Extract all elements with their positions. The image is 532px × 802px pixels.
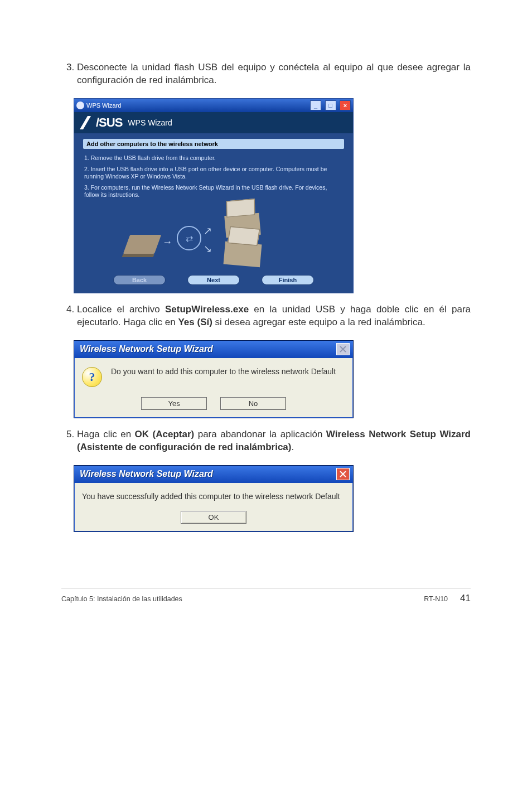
step-3: Desconecte la unidad flash USB del equip…: [77, 61, 471, 87]
success-dialog: Wireless Network Setup Wizard You have s…: [74, 465, 354, 532]
close-button[interactable]: ×: [340, 100, 351, 110]
no-button[interactable]: No: [220, 397, 286, 410]
arrow-icon: →: [162, 236, 172, 248]
next-button[interactable]: Next: [187, 275, 240, 285]
dialog-title: Wireless Network Setup Wizard: [80, 344, 213, 354]
instruction-list: Desconecte la unidad flash USB del equip…: [61, 61, 471, 87]
wps-instruction-3: 3. For computers, run the Wireless Netwo…: [84, 184, 343, 199]
logo-slash-icon: [80, 116, 94, 129]
close-icon[interactable]: [336, 468, 350, 480]
step-5: Haga clic en OK (Aceptar) para abandonar…: [77, 428, 471, 454]
window-title: WPS Wizard: [86, 102, 121, 109]
brand-text: /SUS: [96, 115, 122, 130]
wps-graphic: → ⇄ ↘ ↗: [82, 205, 345, 266]
instruction-list: Haga clic en OK (Aceptar) para abandonar…: [61, 428, 471, 454]
dialog-text: You have successfully added this compute…: [82, 492, 345, 501]
usb-icon: ⇄: [177, 226, 201, 250]
wps-body: Add other computers to the wireless netw…: [74, 133, 353, 293]
back-button[interactable]: Back: [113, 275, 166, 285]
document-page: Desconecte la unidad flash USB del equip…: [0, 0, 532, 627]
step-4: Localice el archivo SetupWireless.exe en…: [77, 303, 471, 329]
chapter-label: Capítulo 5: Instalación de las utilidade…: [61, 595, 182, 603]
footer-separator: [61, 588, 471, 588]
arrow-icon: ↘: [204, 243, 212, 255]
wps-subtitle: Add other computers to the wireless netw…: [83, 139, 344, 149]
router-icon: [123, 235, 161, 254]
window-controls: _ □ ×: [309, 100, 351, 110]
model-label: RT-N10: [424, 595, 448, 603]
question-icon: ?: [82, 367, 102, 387]
yes-button[interactable]: Yes: [141, 397, 207, 410]
asus-logo: /SUS: [80, 115, 122, 130]
close-icon[interactable]: [336, 343, 350, 355]
dialog-title: Wireless Network Setup Wizard: [80, 469, 213, 479]
maximize-button[interactable]: □: [325, 100, 336, 110]
app-icon: [76, 102, 84, 109]
minimize-button[interactable]: _: [310, 100, 321, 110]
finish-button[interactable]: Finish: [262, 275, 314, 285]
wps-header: /SUS WPS Wizard: [74, 112, 353, 133]
svg-marker-0: [80, 116, 91, 129]
confirm-dialog: Wireless Network Setup Wizard ? Do you w…: [74, 340, 354, 418]
laptop-icon: [224, 241, 262, 268]
page-footer: Capítulo 5: Instalación de las utilidade…: [61, 593, 471, 611]
wps-button-row: Back Next Finish: [82, 270, 345, 285]
dialog-titlebar: Wireless Network Setup Wizard: [74, 341, 353, 358]
arrow-icon: ↗: [204, 225, 212, 237]
instruction-list: Localice el archivo SetupWireless.exe en…: [61, 303, 471, 329]
wps-instruction-2: 2. Insert the USB flash drive into a USB…: [84, 166, 343, 181]
wps-header-title: WPS Wizard: [128, 118, 172, 127]
dialog-titlebar: Wireless Network Setup Wizard: [74, 466, 353, 483]
window-titlebar: WPS Wizard _ □ ×: [74, 99, 353, 112]
wps-instruction-1: 1. Remove the USB flash drive from this …: [84, 154, 343, 162]
dialog-text: Do you want to add this computer to the …: [111, 367, 336, 376]
ok-button[interactable]: OK: [181, 511, 246, 524]
wps-wizard-window: WPS Wizard _ □ × /SUS WPS Wizard Add oth…: [74, 98, 354, 293]
page-number: 41: [460, 593, 471, 604]
